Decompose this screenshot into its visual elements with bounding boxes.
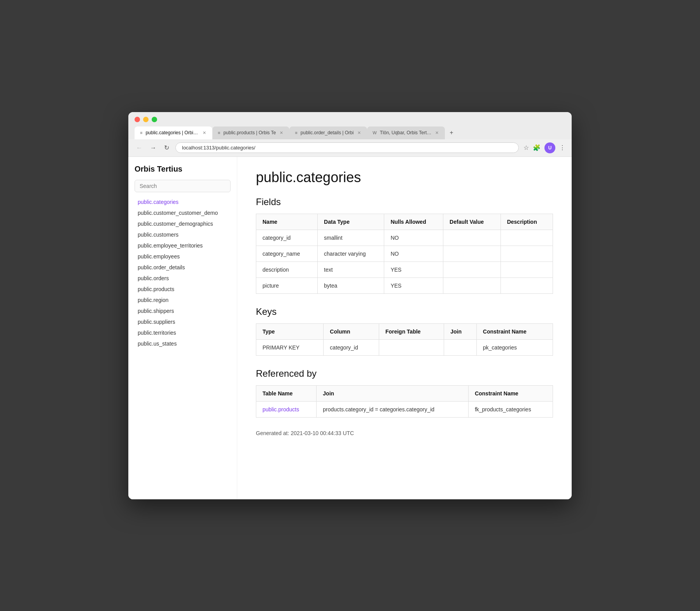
fields-col-header: Name <box>256 214 318 230</box>
fields-col-header: Data Type <box>318 214 384 230</box>
field-data_type: bytea <box>318 277 384 293</box>
title-bar: ≡public.categories | Orbis T✕≡public.pro… <box>128 112 572 139</box>
new-tab-button[interactable]: + <box>445 126 458 139</box>
field-data_type: text <box>318 262 384 277</box>
keys-section-title: Keys <box>256 306 553 317</box>
field-nulls_allowed: NO <box>384 230 443 246</box>
sidebar-item-us_states[interactable]: public.us_states <box>135 339 231 349</box>
app-body: Orbis Tertius public.categoriespublic.cu… <box>128 157 572 499</box>
back-button[interactable]: ← <box>135 144 144 152</box>
tab-close-icon[interactable]: ✕ <box>202 130 207 136</box>
tab-icon: ≡ <box>295 130 297 135</box>
field-nulls_allowed: YES <box>384 277 443 293</box>
fields-table: NameData TypeNulls AllowedDefault ValueD… <box>256 214 553 294</box>
field-description <box>500 277 553 293</box>
table-row: category_namecharacter varyingNO <box>256 246 553 262</box>
main-content: public.categories Fields NameData TypeNu… <box>237 157 572 499</box>
generated-at: Generated at: 2021-03-10 00:44:33 UTC <box>256 430 553 436</box>
key-foreign_table <box>379 339 444 355</box>
browser-tab-tab2[interactable]: ≡public.products | Orbis Te✕ <box>212 126 289 139</box>
fields-col-header: Nulls Allowed <box>384 214 443 230</box>
bookmark-icon[interactable]: ☆ <box>523 144 529 151</box>
table-row: descriptiontextYES <box>256 262 553 277</box>
field-default_value <box>443 246 501 262</box>
keys-col-header: Column <box>324 323 379 339</box>
sidebar-item-orders[interactable]: public.orders <box>135 273 231 283</box>
tab-icon: W <box>373 130 376 135</box>
reload-button[interactable]: ↻ <box>163 143 171 152</box>
browser-window: ≡public.categories | Orbis T✕≡public.pro… <box>128 112 572 499</box>
field-name: description <box>256 262 318 277</box>
table-row: picturebyteaYES <box>256 277 553 293</box>
table-row: category_idsmallintNO <box>256 230 553 246</box>
keys-col-header: Join <box>444 323 477 339</box>
keys-col-header: Type <box>256 323 324 339</box>
search-input[interactable] <box>135 180 231 192</box>
sidebar-nav: public.categoriespublic.customer_custome… <box>135 197 231 349</box>
field-description <box>500 230 553 246</box>
key-column: category_id <box>324 339 379 355</box>
referenced-by-section-title: Referenced by <box>256 368 553 379</box>
referenced-by-table: Table NameJoinConstraint Name public.pro… <box>256 385 553 418</box>
tab-close-icon[interactable]: ✕ <box>434 130 439 136</box>
field-description <box>500 246 553 262</box>
refby-col-header: Constraint Name <box>468 385 553 401</box>
fields-col-header: Description <box>500 214 553 230</box>
maximize-button[interactable] <box>152 117 157 122</box>
refby-table-name: public.products <box>256 401 317 417</box>
field-data_type: character varying <box>318 246 384 262</box>
tabs-row: ≡public.categories | Orbis T✕≡public.pro… <box>135 126 565 139</box>
sidebar-title: Orbis Tertius <box>135 165 231 174</box>
key-type: PRIMARY KEY <box>256 339 324 355</box>
refby-col-header: Table Name <box>256 385 317 401</box>
sidebar-item-categories[interactable]: public.categories <box>135 197 231 207</box>
field-nulls_allowed: YES <box>384 262 443 277</box>
sidebar-item-employee_territories[interactable]: public.employee_territories <box>135 241 231 251</box>
fields-section-title: Fields <box>256 197 553 207</box>
menu-icon[interactable]: ⋮ <box>559 144 565 151</box>
fields-col-header: Default Value <box>443 214 501 230</box>
sidebar-item-suppliers[interactable]: public.suppliers <box>135 317 231 327</box>
keys-table: TypeColumnForeign TableJoinConstraint Na… <box>256 323 553 356</box>
tab-close-icon[interactable]: ✕ <box>357 130 362 136</box>
traffic-lights <box>135 117 565 122</box>
keys-col-header: Foreign Table <box>379 323 444 339</box>
field-default_value <box>443 262 501 277</box>
sidebar-item-customers[interactable]: public.customers <box>135 230 231 240</box>
field-data_type: smallint <box>318 230 384 246</box>
refby-join: products.category_id = categories.catego… <box>317 401 469 417</box>
sidebar-item-customer_demographics[interactable]: public.customer_demographics <box>135 219 231 229</box>
field-name: category_id <box>256 230 318 246</box>
address-bar: ← → ↻ ☆ 🧩 U ⋮ <box>128 139 572 157</box>
sidebar-item-employees[interactable]: public.employees <box>135 251 231 262</box>
keys-col-header: Constraint Name <box>476 323 553 339</box>
field-default_value <box>443 230 501 246</box>
refby-col-header: Join <box>317 385 469 401</box>
sidebar-item-shippers[interactable]: public.shippers <box>135 306 231 316</box>
forward-button[interactable]: → <box>149 144 158 152</box>
sidebar-item-region[interactable]: public.region <box>135 295 231 305</box>
address-input[interactable] <box>175 142 519 153</box>
field-description <box>500 262 553 277</box>
extensions-icon[interactable]: 🧩 <box>533 144 541 151</box>
sidebar-item-territories[interactable]: public.territories <box>135 328 231 338</box>
refby-constraint-name: fk_products_categories <box>468 401 553 417</box>
key-constraint_name: pk_categories <box>476 339 553 355</box>
refby-table-link[interactable]: public.products <box>262 406 299 413</box>
browser-tab-tab3[interactable]: ≡public.order_details | Orbi✕ <box>289 126 367 139</box>
address-actions: ☆ 🧩 U ⋮ <box>523 142 565 153</box>
field-name: picture <box>256 277 318 293</box>
close-button[interactable] <box>135 117 140 122</box>
minimize-button[interactable] <box>143 117 149 122</box>
browser-tab-tab1[interactable]: ≡public.categories | Orbis T✕ <box>135 126 212 139</box>
sidebar-item-order_details[interactable]: public.order_details <box>135 262 231 272</box>
sidebar-item-products[interactable]: public.products <box>135 284 231 294</box>
browser-tab-tab4[interactable]: WTlön, Uqbar, Orbis Tertius✕ <box>367 126 445 139</box>
field-nulls_allowed: NO <box>384 246 443 262</box>
tab-close-icon[interactable]: ✕ <box>279 130 284 136</box>
table-row: PRIMARY KEYcategory_idpk_categories <box>256 339 553 355</box>
avatar[interactable]: U <box>544 142 555 153</box>
sidebar-item-customer_customer_demo[interactable]: public.customer_customer_demo <box>135 208 231 218</box>
table-row: public.productsproducts.category_id = ca… <box>256 401 553 417</box>
tab-icon: ≡ <box>218 130 220 135</box>
